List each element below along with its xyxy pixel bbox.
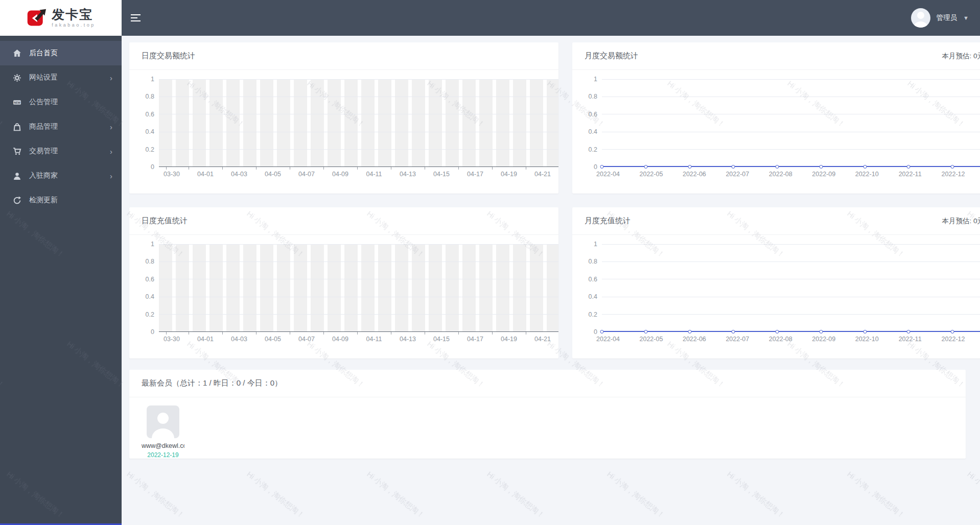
gridline [159,314,558,315]
panel-title: 最新会员（总计：1 / 昨日：0 / 今日：0） [142,378,282,388]
x-tick-label: 04-01 [197,171,214,178]
x-tick-label: 2022-04 [596,171,620,178]
x-tick-label: 04-21 [534,336,551,343]
member-email: www@dkewl.com [142,442,184,449]
charts-row-2: 日度充值统计 10.80.60.40.2003-3004-0104-0304-0… [129,207,980,359]
member-card[interactable]: www@dkewl.com 2022-12-19 [142,405,184,459]
x-tick-label: 2022-09 [812,171,835,178]
y-tick-label: 0.4 [146,293,154,300]
x-axis-labels: 03-3004-0104-0304-0504-0704-0904-1104-13… [165,167,558,180]
y-tick-label: 0.4 [589,128,597,135]
monthly-recharge-chart: 10.80.60.40.202022-042022-052022-062022-… [572,235,980,345]
x-tick-label: 04-03 [231,336,247,343]
update-icon [12,196,21,205]
panel-title: 月度交易额统计 [585,51,638,61]
gridline [602,97,980,97]
x-tick-label: 04-15 [433,336,450,343]
x-tick-label: 04-11 [366,336,382,343]
gridline [159,279,558,279]
gridline [602,114,980,114]
y-tick-label: 0.8 [589,93,597,100]
panel-daily-recharge: 日度充值统计 10.80.60.40.2003-3004-0104-0304-0… [129,207,558,359]
x-tick-label: 2022-12 [942,171,965,178]
chevron-right-icon: › [110,123,112,131]
main-content: 日度交易额统计 10.80.60.40.2003-3004-0104-0304-… [122,36,980,525]
sidebar-item-dashboard[interactable]: 后台首页 [0,41,122,65]
sidebar-item-label: 公告管理 [29,98,58,107]
merchant-icon [12,171,21,180]
y-tick-label: 0.8 [146,93,154,100]
sidebar-item-merchants[interactable]: 入驻商家 › [0,163,122,188]
y-tick-label: 0 [151,328,154,336]
sidebar-item-label: 检测更新 [29,196,58,205]
x-tick-label: 04-03 [231,171,247,178]
x-axis-ticks [165,167,558,170]
x-tick-label: 2022-10 [855,336,879,343]
sidebar-item-label: 后台首页 [29,49,58,58]
sidebar-item-check-update[interactable]: 检测更新 [0,188,122,212]
panel-daily-trade: 日度交易额统计 10.80.60.40.2003-3004-0104-0304-… [129,42,558,194]
x-tick-label: 2022-06 [683,336,706,343]
chart-plot-area: 10.80.60.40.20 [135,79,558,167]
svg-text:NEW: NEW [14,101,20,104]
monthly-estimate: 本月预估: 0元 [942,52,980,61]
user-avatar [911,8,930,28]
sidebar-item-label: 商品管理 [29,122,58,131]
y-tick-label: 1 [151,241,154,248]
x-tick-label: 2022-12 [942,336,965,343]
topbar: 管理员 ▼ [122,0,980,36]
plot-region [602,79,980,167]
data-point-marker [600,330,604,333]
x-tick-label: 2022-07 [726,171,749,178]
caret-down-icon: ▼ [963,15,969,21]
panel-monthly-trade: 月度交易额统计 本月预估: 0元 10.80.60.40.202022-0420… [572,42,980,194]
plot-region [159,79,558,167]
sidebar-item-orders[interactable]: 交易管理 › [0,139,122,163]
x-tick-label: 2022-05 [640,336,663,343]
x-tick-label: 2022-11 [899,336,922,343]
y-tick-label: 0.2 [589,311,597,318]
x-tick-label: 04-17 [467,336,483,343]
gear-icon [12,73,21,82]
gridline [602,297,980,297]
x-tick-label: 04-11 [366,171,382,178]
y-tick-label: 0.2 [146,146,154,153]
panel-title: 月度充值统计 [585,216,631,226]
y-tick-label: 0 [151,163,154,171]
sidebar-item-label: 交易管理 [29,147,58,156]
y-tick-label: 0.6 [146,276,154,283]
panel-title: 日度交易额统计 [142,51,195,61]
x-tick-label: 04-15 [433,171,450,178]
sidebar-item-announcements[interactable]: NEW 公告管理 [0,90,122,114]
menu-toggle-button[interactable] [131,13,144,23]
panel-latest-members: 最新会员（总计：1 / 昨日：0 / 今日：0） www@dkewl.com 2… [129,370,966,459]
x-tick-label: 04-21 [534,171,551,178]
sidebar-item-site-settings[interactable]: 网站设置 › [0,65,122,90]
x-tick-label: 04-05 [265,336,281,343]
plot-region [159,244,558,332]
logo[interactable]: 发卡宝 fakabao.top [0,0,122,36]
gridline [159,297,558,297]
x-tick-label: 04-13 [400,171,416,178]
bag-icon [12,122,21,131]
x-tick-label: 03-30 [164,171,180,178]
plot-region [602,244,980,332]
y-tick-label: 1 [594,76,597,83]
y-tick-label: 0.6 [146,111,154,118]
x-axis-labels: 03-3004-0104-0304-0504-0704-0904-1104-13… [165,332,558,345]
x-tick-label: 2022-08 [769,171,792,178]
gridline [602,314,980,315]
y-tick-label: 1 [594,241,597,248]
y-tick-label: 0.4 [589,293,597,300]
y-axis: 10.80.60.40.20 [578,79,602,167]
panel-title: 日度充值统计 [142,216,188,226]
gridline [602,244,980,245]
y-tick-label: 0.6 [589,111,597,118]
user-menu[interactable]: 管理员 ▼ [911,8,980,28]
gridline [602,261,980,262]
y-axis: 10.80.60.40.20 [135,244,159,332]
logo-title: 发卡宝 [52,8,96,22]
sidebar-item-products[interactable]: 商品管理 › [0,114,122,139]
x-tick-label: 03-30 [164,336,180,343]
x-tick-label: 04-09 [332,171,348,178]
